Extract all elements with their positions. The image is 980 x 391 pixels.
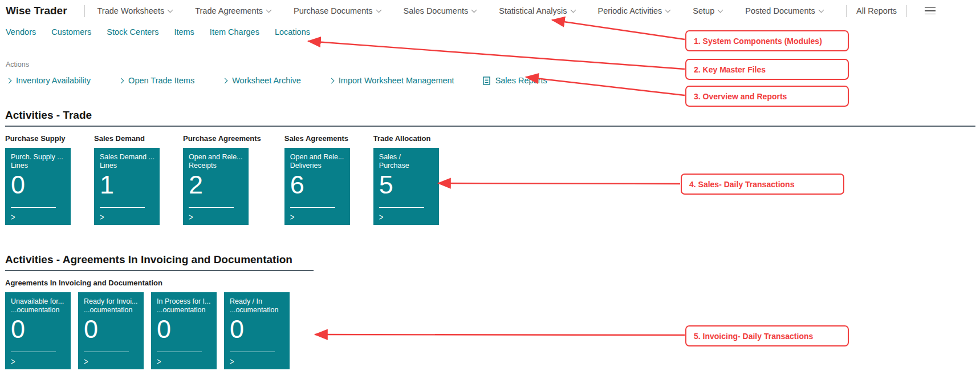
menu-trade-worksheets[interactable]: Trade Worksheets (97, 6, 173, 15)
tile-value: 2 (189, 171, 244, 198)
action-label: Import Worksheet Management (339, 76, 454, 85)
nav-divider (84, 5, 85, 17)
tile-title-line2: ...ocumentation (157, 306, 212, 315)
tile-value: 0 (11, 316, 66, 342)
action-inventory-availability[interactable]: Inventory Availability (7, 76, 91, 85)
menu-sales-documents[interactable]: Sales Documents (404, 6, 477, 15)
chevron-down-icon (665, 7, 671, 13)
chevron-right-icon: > (157, 356, 161, 368)
link-items[interactable]: Items (174, 27, 194, 37)
section-divider (5, 270, 314, 271)
tile-underline (84, 352, 129, 352)
chevron-right-icon: > (84, 356, 88, 368)
tile-title-line2: ...ocumentation (230, 306, 285, 315)
action-worksheet-archive[interactable]: Worksheet Archive (223, 76, 301, 85)
tile-underline (379, 207, 424, 208)
app-title: Wise Trader (6, 5, 67, 17)
hamburger-menu-icon[interactable] (925, 4, 936, 18)
cue-tile-open-released-deliveries[interactable]: Open and Rele... Deliveries 6 > (284, 148, 350, 225)
action-sales-reports[interactable]: Sales Reports (483, 76, 547, 85)
cue-tile-ready-in-documentation[interactable]: Ready / In ...ocumentation 0 > (224, 292, 290, 369)
tile-value: 1 (100, 171, 155, 198)
cue-tile-ready-for-invoicing[interactable]: Ready for Invoi... ...ocumentation 0 > (78, 292, 144, 369)
action-open-trade-items[interactable]: Open Trade Items (119, 76, 194, 85)
invoicing-cue-group: Agreements In Invoicing and Documentatio… (5, 279, 980, 369)
menu-label: Statistical Analysis (499, 6, 567, 15)
link-customers[interactable]: Customers (51, 27, 91, 37)
tile-value: 6 (290, 171, 345, 198)
annotation-overview-reports: 3. Overview and Reports (685, 86, 849, 107)
chevron-down-icon (266, 7, 272, 13)
tile-underline (11, 352, 56, 352)
section-title: Activities - Agreements In Invoicing and… (5, 253, 980, 266)
tile-value: 0 (230, 316, 285, 342)
cue-group-caption: Sales Demand (94, 134, 160, 143)
tile-value: 0 (157, 316, 212, 342)
link-item-charges[interactable]: Item Charges (210, 27, 259, 37)
annotation-sales-daily-transactions: 4. Sales- Daily Transactions (681, 174, 844, 195)
menu-periodic-activities[interactable]: Periodic Activities (598, 6, 670, 15)
cue-group-purchase-agreements: Purchase Agreements Open and Rele... Rec… (183, 134, 261, 225)
cue-tile-purch-supply-lines[interactable]: Purch. Supply ... Lines 0 > (5, 148, 71, 225)
tile-title-line2: Receipts (189, 162, 244, 170)
chevron-right-icon: > (11, 212, 15, 223)
report-icon (483, 76, 490, 85)
cue-group-purchase-supply: Purchase Supply Purch. Supply ... Lines … (5, 134, 71, 225)
link-vendors[interactable]: Vendors (6, 27, 36, 37)
chevron-down-icon (718, 7, 723, 13)
tile-title-line1: Sales / (379, 153, 434, 162)
chevron-right-icon: > (11, 356, 15, 368)
tile-title-line1: Open and Rele... (290, 153, 345, 162)
menu-label: Posted Documents (745, 6, 815, 15)
cue-tile-unavailable-for-documentation[interactable]: Unavailable for... ...ocumentation 0 > (5, 292, 71, 369)
chevron-right-icon (119, 78, 124, 83)
menu-label: Trade Agreements (195, 6, 263, 15)
all-reports-link[interactable]: All Reports (856, 6, 897, 15)
chevron-right-icon: > (189, 212, 193, 223)
action-label: Open Trade Items (128, 76, 194, 85)
cue-tile-open-released-receipts[interactable]: Open and Rele... Receipts 2 > (183, 148, 249, 225)
cue-group-caption: Trade Allocation (373, 134, 439, 143)
chevron-right-icon: > (290, 212, 295, 223)
chevron-down-icon (818, 7, 824, 13)
tile-title-line2: Lines (100, 162, 155, 170)
menu-label: Sales Documents (404, 6, 469, 15)
cue-group-caption: Purchase Supply (5, 134, 71, 143)
section-title: Activities - Trade (5, 109, 980, 122)
tile-value: 0 (84, 316, 139, 342)
nav-divider (906, 5, 907, 17)
annotation-system-components: 1. System Components (Modules) (685, 30, 849, 51)
nav-right-section: All Reports (836, 4, 936, 18)
chevron-right-icon: > (230, 356, 234, 368)
menu-posted-documents[interactable]: Posted Documents (745, 6, 823, 15)
cue-group-agreements-invoicing: Agreements In Invoicing and Documentatio… (5, 279, 290, 369)
menu-trade-agreements[interactable]: Trade Agreements (195, 6, 271, 15)
action-label: Worksheet Archive (232, 76, 301, 85)
cue-tile-sales-purchase[interactable]: Sales / Purchase 5 > (373, 148, 439, 225)
tile-underline (11, 207, 56, 208)
link-stock-centers[interactable]: Stock Centers (107, 27, 158, 37)
nav-divider (846, 5, 847, 17)
cue-tile-sales-demand-lines[interactable]: Sales Demand ... Lines 1 > (94, 148, 160, 225)
chevron-right-icon: > (379, 212, 384, 223)
invoicing-tiles-row: Unavailable for... ...ocumentation 0 > R… (5, 292, 290, 369)
menu-purchase-documents[interactable]: Purchase Documents (294, 6, 381, 15)
menu-setup[interactable]: Setup (693, 6, 722, 15)
cue-tile-in-process-for-invoicing[interactable]: In Process for I... ...ocumentation 0 > (151, 292, 217, 369)
menu-statistical-analysis[interactable]: Statistical Analysis (499, 6, 575, 15)
tile-title-line1: In Process for I... (157, 297, 212, 306)
menu-label: Setup (693, 6, 714, 15)
tile-title-line1: Unavailable for... (11, 297, 66, 306)
tile-title-line1: Ready / In (230, 297, 285, 306)
action-import-worksheet-management[interactable]: Import Worksheet Management (330, 76, 454, 85)
link-locations[interactable]: Locations (275, 27, 310, 37)
cue-group-sales-agreements: Sales Agreements Open and Rele... Delive… (284, 134, 350, 225)
menu-label: Purchase Documents (294, 6, 373, 15)
cue-group-caption: Sales Agreements (284, 134, 350, 143)
cue-group-trade-allocation: Trade Allocation Sales / Purchase 5 > (373, 134, 439, 225)
nav-menus: Trade Worksheets Trade Agreements Purcha… (97, 6, 823, 15)
chevron-down-icon (570, 7, 576, 13)
tile-title-line2: Lines (11, 162, 66, 170)
tile-underline (290, 207, 335, 208)
tile-title-line2: ...ocumentation (11, 306, 66, 315)
